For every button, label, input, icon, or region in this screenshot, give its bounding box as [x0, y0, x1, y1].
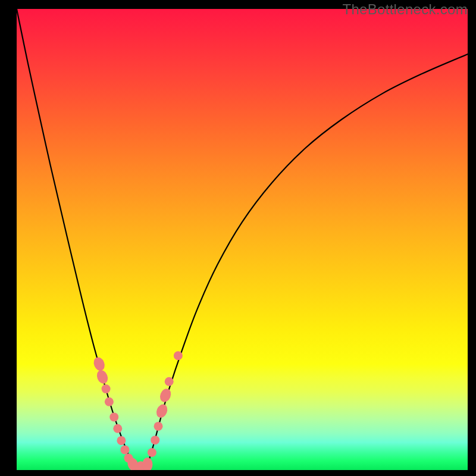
data-marker [174, 351, 183, 360]
data-marker [151, 436, 159, 444]
data-marker [155, 403, 170, 419]
data-marker [117, 436, 126, 445]
bottleneck-curve-left [17, 9, 133, 465]
data-marker [165, 377, 174, 386]
chart-frame: TheBottleneck.com [0, 0, 476, 476]
watermark-text: TheBottleneck.com [342, 1, 468, 18]
data-marker [92, 356, 107, 372]
chart-svg [17, 9, 468, 470]
data-marker [109, 412, 118, 421]
data-markers [92, 351, 183, 470]
data-marker [158, 387, 173, 403]
data-marker [95, 368, 110, 385]
data-marker [142, 458, 152, 470]
data-marker [105, 397, 114, 406]
data-marker [102, 384, 111, 393]
data-marker [120, 445, 129, 454]
data-marker [154, 422, 163, 431]
data-marker [148, 448, 156, 457]
bottleneck-curve-right [148, 54, 468, 465]
data-marker [113, 424, 122, 433]
curve-group [17, 9, 468, 469]
plot-area [17, 9, 468, 470]
